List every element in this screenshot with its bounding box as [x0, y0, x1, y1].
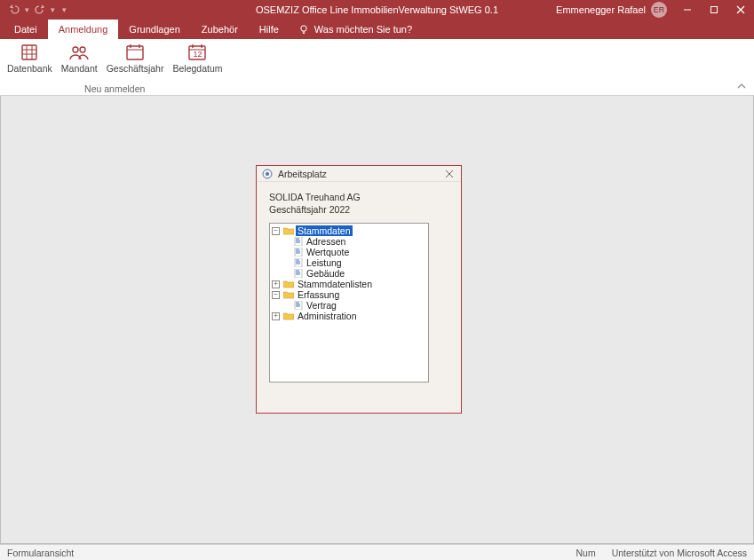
tab-anmeldung[interactable]: Anmeldung [48, 20, 119, 39]
company-name: SOLIDA Treuhand AG [269, 191, 448, 203]
expand-toggle[interactable]: + [272, 280, 280, 288]
ribbon-btn-geschaeftsjahr[interactable]: Geschäftsjahr [103, 41, 168, 75]
ribbon-group-label: Neu anmelden [84, 83, 145, 95]
lightbulb-icon [298, 24, 309, 35]
workspace: Arbeitsplatz SOLIDA Treuhand AG Geschäft… [0, 96, 754, 544]
people-icon [67, 43, 91, 62]
minimize-button[interactable] [674, 0, 701, 20]
svg-point-4 [301, 26, 306, 31]
svg-point-12 [73, 47, 78, 52]
close-button[interactable] [727, 0, 754, 20]
ribbon-btn-datenbank[interactable]: Datenbank [4, 41, 56, 75]
svg-rect-14 [127, 46, 143, 59]
svg-point-13 [80, 47, 85, 52]
arbeitsplatz-dialog: Arbeitsplatz SOLIDA Treuhand AG Geschäft… [256, 165, 462, 414]
calendar-icon [123, 43, 147, 62]
tree-node-administration[interactable]: + Administration [270, 311, 428, 321]
svg-point-23 [266, 172, 269, 176]
title-bar: ▾ ▾ ▾ OSEMZIZ Office Line ImmobilienVerw… [0, 0, 754, 20]
dialog-close-button[interactable] [443, 168, 456, 180]
close-icon [445, 170, 454, 178]
dialog-icon [262, 169, 273, 179]
document-icon [294, 248, 303, 256]
document-icon [294, 237, 303, 246]
tree-node-adressen[interactable]: Adressen [270, 236, 428, 247]
tell-me-label: Was möchten Sie tun? [314, 24, 412, 35]
redo-button[interactable] [33, 3, 47, 17]
tab-grundlagen[interactable]: Grundlagen [118, 20, 191, 39]
status-view-mode: Formularansicht [7, 548, 74, 558]
fiscal-year: Geschäftsjahr 2022 [269, 203, 448, 216]
tell-me-search[interactable]: Was möchten Sie tun? [290, 20, 421, 39]
database-icon [17, 43, 42, 62]
maximize-button[interactable] [701, 0, 727, 20]
status-numlock: Num [576, 548, 596, 558]
tree-node-leistung[interactable]: Leistung [270, 257, 428, 268]
collapse-ribbon-button[interactable] [734, 79, 749, 93]
tree-node-erfassung[interactable]: − Erfassung [270, 289, 428, 300]
calendar-date-icon: 12 [185, 43, 210, 62]
tree-node-stammdaten[interactable]: − Stammdaten [270, 225, 428, 236]
dialog-titlebar: Arbeitsplatz [257, 166, 461, 182]
ribbon-btn-belegdatum[interactable]: 12 Belegdatum [169, 41, 226, 75]
document-icon [294, 258, 303, 267]
document-icon [294, 301, 303, 310]
ribbon-group-neu-anmelden: Datenbank Mandant Geschäftsjahr 12 Be [0, 39, 230, 95]
expand-toggle[interactable]: + [272, 312, 280, 320]
expand-toggle[interactable]: − [272, 227, 280, 235]
status-powered-by: Unterstützt von Microsoft Access [612, 548, 747, 558]
svg-rect-7 [22, 45, 36, 59]
tree-node-stammdatenlisten[interactable]: + Stammdatenlisten [270, 279, 428, 289]
folder-open-icon [283, 290, 294, 299]
document-icon [294, 269, 303, 278]
tab-datei[interactable]: Datei [4, 20, 48, 39]
tab-strip: Datei Anmeldung Grundlagen Zubehör Hilfe… [0, 20, 754, 39]
status-bar: Formularansicht Num Unterstützt von Micr… [0, 544, 754, 560]
app-title: OSEMZIZ Office Line ImmobilienVerwaltung… [256, 4, 498, 15]
expand-toggle[interactable]: − [272, 291, 280, 299]
dialog-title: Arbeitsplatz [278, 169, 327, 179]
tree-node-vertrag[interactable]: Vertrag [270, 300, 428, 311]
folder-icon [283, 312, 294, 320]
tree-view[interactable]: − Stammdaten Adressen Wertquote [269, 223, 429, 383]
tree-node-wertquote[interactable]: Wertquote [270, 247, 428, 257]
ribbon: Datenbank Mandant Geschäftsjahr 12 Be [0, 39, 754, 96]
avatar[interactable]: ER [651, 2, 667, 18]
undo-button[interactable] [7, 3, 21, 17]
tab-hilfe[interactable]: Hilfe [249, 20, 290, 39]
svg-rect-1 [711, 7, 718, 13]
tree-node-gebaeude[interactable]: Gebäude [270, 268, 428, 279]
folder-open-icon [283, 226, 294, 235]
folder-icon [283, 280, 294, 288]
ribbon-btn-mandant[interactable]: Mandant [58, 41, 101, 75]
user-name: Emmenegger Rafael [556, 4, 646, 15]
tab-zubehoer[interactable]: Zubehör [191, 20, 249, 39]
